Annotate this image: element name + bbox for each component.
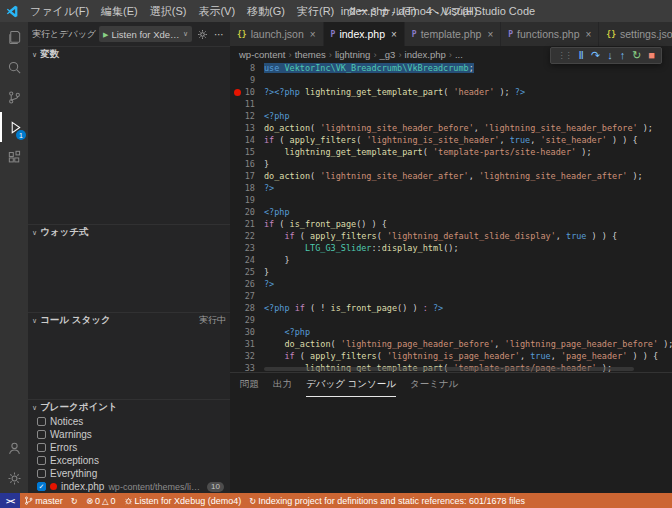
line-number[interactable]: 32: [230, 350, 264, 362]
line-number[interactable]: 20: [230, 206, 264, 218]
extensions-icon[interactable]: [0, 142, 28, 172]
checkbox-icon[interactable]: [37, 417, 46, 426]
line-number[interactable]: 33: [230, 362, 264, 372]
problems-item[interactable]: ⊗ 0 △ 0: [82, 493, 120, 508]
code-line[interactable]: 9: [230, 74, 672, 86]
code-line-text[interactable]: }: [264, 254, 290, 266]
checkbox-icon[interactable]: [37, 456, 46, 465]
pause-icon[interactable]: Ⅱ: [578, 50, 583, 61]
code-line-text[interactable]: <?php: [264, 206, 290, 218]
code-line[interactable]: 13do_action( 'lightning_site_header_befo…: [230, 122, 672, 134]
line-number[interactable]: 19: [230, 194, 264, 206]
editor-tab[interactable]: Ptemplate.php×: [405, 22, 501, 46]
checkbox-icon[interactable]: [37, 443, 46, 452]
git-branch-item[interactable]: master: [20, 493, 67, 508]
code-line[interactable]: 20<?php: [230, 206, 672, 218]
close-icon[interactable]: ×: [487, 29, 493, 40]
menu-item[interactable]: 移動(G): [241, 0, 291, 22]
step-over-icon[interactable]: ↷: [591, 50, 600, 61]
breakpoint-dot-icon[interactable]: [234, 89, 241, 96]
line-number[interactable]: 17: [230, 170, 264, 182]
code-line[interactable]: 23 LTG_G3_Slider::display_html();: [230, 242, 672, 254]
line-number[interactable]: 29: [230, 314, 264, 326]
code-line[interactable]: 19: [230, 194, 672, 206]
editor-tab[interactable]: Pindex.php×: [324, 22, 405, 46]
breakpoint-option-row[interactable]: Warnings: [28, 428, 230, 441]
restart-icon[interactable]: ↻: [632, 50, 641, 61]
code-line[interactable]: 27: [230, 290, 672, 302]
breakpoint-option-row[interactable]: Exceptions: [28, 454, 230, 467]
breadcrumb-item[interactable]: index.php: [405, 49, 446, 60]
code-line[interactable]: 15 lightning_get_template_part( 'templat…: [230, 146, 672, 158]
code-line[interactable]: 18?>: [230, 182, 672, 194]
line-number[interactable]: 31: [230, 338, 264, 350]
panel-tab[interactable]: ターミナル: [410, 373, 458, 397]
checkbox-checked-icon[interactable]: ✓: [37, 482, 46, 491]
code-line-text[interactable]: }: [264, 158, 269, 170]
close-icon[interactable]: ×: [586, 29, 592, 40]
code-line[interactable]: 17do_action( 'lightning_site_header_afte…: [230, 170, 672, 182]
start-debugging-icon[interactable]: ▶: [103, 31, 108, 38]
breakpoint-option-row[interactable]: Errors: [28, 441, 230, 454]
remote-indicator[interactable]: ><: [0, 493, 20, 508]
code-line-text[interactable]: ?>: [264, 182, 274, 194]
code-line-text[interactable]: use VektorInc\VK_Breadcrumb\VkBreadcrumb…: [264, 62, 474, 74]
code-line[interactable]: 30 <?php: [230, 326, 672, 338]
code-line-text[interactable]: ?><?php lightning_get_template_part( 'he…: [264, 86, 525, 98]
sync-icon[interactable]: ↻: [67, 493, 82, 508]
close-icon[interactable]: ×: [391, 29, 397, 40]
code-line[interactable]: 25}: [230, 266, 672, 278]
code-line[interactable]: 28<?php if ( ! is_front_page() ) : ?>: [230, 302, 672, 314]
line-number[interactable]: 15: [230, 146, 264, 158]
code-editor[interactable]: 8use VektorInc\VK_Breadcrumb\VkBreadcrum…: [230, 62, 672, 372]
code-line[interactable]: 32 if ( apply_filters( 'lightning_is_pag…: [230, 350, 672, 362]
code-line[interactable]: 16}: [230, 158, 672, 170]
line-number[interactable]: 21: [230, 218, 264, 230]
menu-item[interactable]: 表示(V): [192, 0, 241, 22]
debug-config-dropdown[interactable]: ▶ Listen for Xdebug ∨: [99, 26, 192, 42]
source-control-icon[interactable]: [0, 82, 28, 112]
code-line[interactable]: 26?>: [230, 278, 672, 290]
settings-gear-icon[interactable]: [0, 463, 28, 493]
code-line[interactable]: 21if ( is_front_page() ) {: [230, 218, 672, 230]
step-into-icon[interactable]: ↓: [607, 50, 613, 61]
code-line-text[interactable]: ?>: [264, 278, 274, 290]
code-line-text[interactable]: lightning_get_template_part( 'template-p…: [264, 146, 592, 158]
close-icon[interactable]: ×: [310, 29, 316, 40]
code-line-text[interactable]: do_action( 'lightning_page_header_before…: [264, 338, 672, 350]
breadcrumb-item[interactable]: ...: [455, 49, 463, 60]
stop-icon[interactable]: ■: [648, 50, 655, 61]
code-line[interactable]: 22 if ( apply_filters( 'lightning_defaul…: [230, 230, 672, 242]
panel-tab[interactable]: デバッグ コンソール: [306, 373, 396, 397]
checkbox-icon[interactable]: [37, 430, 46, 439]
step-out-icon[interactable]: ↑: [620, 50, 626, 61]
line-number[interactable]: 18: [230, 182, 264, 194]
panel-tab[interactable]: 出力: [273, 373, 292, 397]
code-line-text[interactable]: do_action( 'lightning_site_header_after'…: [264, 170, 643, 182]
debug-gear-icon[interactable]: [195, 29, 209, 40]
code-line-text[interactable]: if ( apply_filters( 'lightning_is_page_h…: [264, 350, 658, 362]
code-line-text[interactable]: }: [264, 266, 269, 278]
line-number[interactable]: 14: [230, 134, 264, 146]
debug-console-content[interactable]: [230, 397, 672, 493]
line-number[interactable]: 22: [230, 230, 264, 242]
line-number[interactable]: 30: [230, 326, 264, 338]
run-debug-icon[interactable]: 1: [0, 112, 28, 142]
breakpoint-option-row[interactable]: Notices: [28, 415, 230, 428]
breadcrumb-item[interactable]: themes: [295, 49, 326, 60]
line-number[interactable]: 26: [230, 278, 264, 290]
code-line-text[interactable]: if ( apply_filters( 'lightning_is_site_h…: [264, 134, 638, 146]
debug-status-item[interactable]: Listen for Xdebug (demo4): [120, 493, 246, 508]
code-line[interactable]: 24 }: [230, 254, 672, 266]
code-line[interactable]: 31 do_action( 'lightning_page_header_bef…: [230, 338, 672, 350]
editor-tab[interactable]: {}settings.json×: [599, 22, 672, 46]
code-line-text[interactable]: LTG_G3_Slider::display_html();: [264, 242, 459, 254]
line-number[interactable]: 9: [230, 74, 264, 86]
line-number[interactable]: 11: [230, 98, 264, 110]
line-number[interactable]: 25: [230, 266, 264, 278]
panel-tab[interactable]: 問題: [240, 373, 259, 397]
breakpoints-section-header[interactable]: ∨ ブレークポイント: [28, 399, 230, 415]
breadcrumb-item[interactable]: _g3: [380, 49, 396, 60]
code-line-text[interactable]: <?php: [264, 110, 290, 122]
code-line[interactable]: 12<?php: [230, 110, 672, 122]
